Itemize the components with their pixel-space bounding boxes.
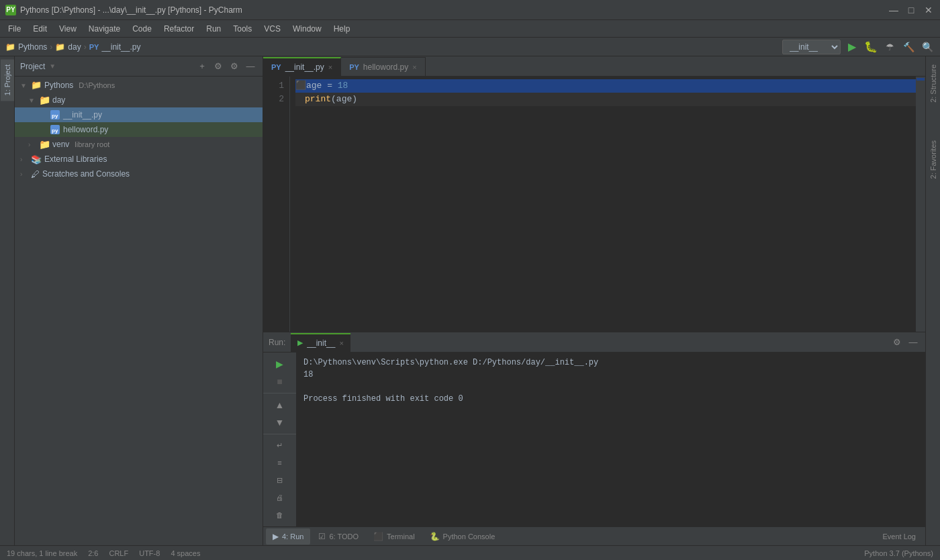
menu-refactor[interactable]: Refactor: [158, 23, 199, 35]
bottom-tabs: ▶ 4: Run ☑ 6: TODO ⬛ Terminal 🐍 Python C…: [263, 526, 925, 545]
folder-day-icon: 📁: [39, 95, 50, 105]
tab-close-init[interactable]: ×: [328, 63, 332, 71]
wrap-btn[interactable]: ↵: [272, 438, 288, 453]
print-btn[interactable]: 🖨: [272, 490, 288, 505]
tree-label-scratches: Scratches and Consoles: [42, 169, 130, 179]
sidebar-tab-structure[interactable]: 2: Structure: [927, 59, 940, 108]
add-button[interactable]: +: [195, 60, 209, 73]
bottom-tab-python-console[interactable]: 🐍 Python Console: [423, 528, 502, 545]
minimize-panel-button[interactable]: —: [244, 60, 257, 73]
tab-init[interactable]: PY __init__.py ×: [263, 57, 341, 76]
scroll-down-btn[interactable]: ▼: [272, 415, 288, 430]
menu-file[interactable]: File: [3, 23, 26, 35]
console-line-output: 18: [303, 369, 919, 381]
menu-edit[interactable]: Edit: [28, 23, 52, 35]
breadcrumb-pythons[interactable]: 📁 Pythons: [5, 42, 47, 52]
tree-arrow-scratches: ›: [20, 171, 28, 178]
breadcrumb-actions: __init__ ▶ 🐛 ☂ 🔨 🔍: [782, 40, 935, 54]
tree-arrow-init: ›: [39, 111, 47, 119]
minimize-button[interactable]: —: [888, 4, 900, 16]
bottom-tab-event-log[interactable]: Event Log: [876, 528, 923, 545]
sync-button[interactable]: ⚙: [211, 60, 225, 73]
menu-vcs[interactable]: VCS: [258, 23, 286, 35]
status-crlf[interactable]: CRLF: [109, 549, 128, 557]
coverage-button[interactable]: ☂: [882, 40, 897, 54]
menu-run[interactable]: Run: [201, 23, 226, 35]
run-stop-btn[interactable]: ■: [272, 374, 288, 389]
tree-label-venv: venv: [52, 140, 69, 149]
filter-btn[interactable]: ⊟: [272, 473, 288, 487]
menu-tools[interactable]: Tools: [228, 23, 257, 35]
code-paren-close: ): [352, 93, 357, 106]
menu-window[interactable]: Window: [287, 23, 327, 35]
tree-item-pythons[interactable]: ▼ 📁 Pythons D:\Pythons: [15, 78, 263, 93]
status-encoding[interactable]: UTF-8: [139, 549, 160, 557]
code-var-age2: age: [336, 93, 352, 106]
search-button[interactable]: 🔍: [920, 40, 935, 54]
run-tab-close[interactable]: ×: [339, 339, 343, 347]
svg-text:py: py: [52, 128, 58, 134]
tree-item-scratches[interactable]: › 🖊 Scratches and Consoles: [15, 167, 263, 181]
editor-scrollbar[interactable]: [916, 77, 925, 332]
app-icon: PY: [5, 5, 16, 15]
run-rerun-btn[interactable]: ▶: [272, 357, 288, 371]
menu-navigate[interactable]: Navigate: [83, 23, 126, 35]
code-line-1: ⬛ age = 18: [295, 79, 916, 93]
bottom-tab-run[interactable]: ▶ 4: Run: [266, 528, 310, 545]
run-panel: Run: ▶ __init__ × ⚙ — ▶ ■ ▲ ▼: [263, 332, 925, 526]
tab-close-helloword[interactable]: ×: [412, 63, 416, 71]
run-tab-init[interactable]: ▶ __init__ ×: [291, 333, 350, 352]
run-settings-btn[interactable]: ⚙: [890, 336, 904, 349]
console-output: ▶ ■ ▲ ▼ ↵ ≡ ⊟ 🖨 🗑 D:\Pythons\venv\Script…: [263, 353, 925, 526]
tree-label-day: day: [52, 95, 65, 105]
terminal-tab-icon: ⬛: [373, 532, 383, 541]
sidebar-tab-favorites[interactable]: 2: Favorites: [927, 135, 940, 184]
todo-tab-icon: ☑: [318, 532, 326, 541]
code-num-18: 18: [338, 79, 348, 93]
run-button[interactable]: ▶: [845, 40, 859, 54]
close-button[interactable]: ✕: [923, 4, 935, 16]
code-editor[interactable]: 1 2 ⬛ age = 18 print (: [263, 77, 925, 332]
menu-view[interactable]: View: [54, 23, 82, 35]
status-position[interactable]: 2:6: [88, 549, 98, 557]
tab-py-icon-init: PY: [271, 63, 281, 71]
tree-item-helloword[interactable]: › py helloword.py: [15, 122, 263, 137]
panel-arrow-icon: ▼: [49, 62, 56, 70]
bottom-tab-todo[interactable]: ☑ 6: TODO: [312, 528, 365, 545]
status-chars[interactable]: 19 chars, 1 line break: [7, 549, 77, 557]
tree-item-ext-libs[interactable]: › 📚 External Libraries: [15, 152, 263, 167]
panel-header: Project ▼ + ⚙ ⚙ —: [15, 56, 263, 77]
console-text[interactable]: D:\Pythons\venv\Scripts\python.exe D:/Py…: [297, 353, 925, 526]
status-python-version[interactable]: Python 3.7 (Pythons): [864, 549, 933, 557]
scroll-up-btn[interactable]: ▲: [272, 398, 288, 412]
bottom-tab-terminal[interactable]: ⬛ Terminal: [367, 528, 422, 545]
soft-wrap-btn[interactable]: ≡: [272, 455, 288, 470]
run-minimize-btn[interactable]: —: [906, 336, 920, 349]
debug-button[interactable]: 🐛: [863, 40, 878, 54]
breadcrumb-init[interactable]: PY __init__.py: [89, 42, 141, 52]
build-button[interactable]: 🔨: [901, 40, 916, 54]
tab-helloword[interactable]: PY helloword.py ×: [341, 57, 426, 76]
tree-item-day[interactable]: ▼ 📁 day: [15, 93, 263, 107]
clear-btn[interactable]: 🗑: [272, 508, 288, 522]
menu-code[interactable]: Code: [127, 23, 157, 35]
right-sidebar-tabs: 2: Structure 2: Favorites: [925, 56, 940, 545]
sidebar-tab-project[interactable]: 1: Project: [1, 59, 14, 101]
console-line-blank: [303, 381, 919, 393]
menu-help[interactable]: Help: [328, 23, 356, 35]
tree-item-init[interactable]: › py __init__.py: [15, 107, 263, 122]
maximize-button[interactable]: □: [905, 4, 917, 16]
tree-item-venv[interactable]: › 📁 venv library root: [15, 137, 263, 152]
run-config-dropdown[interactable]: __init__: [782, 40, 841, 54]
tree-arrow-day: ▼: [28, 97, 36, 104]
settings-button[interactable]: ⚙: [228, 60, 241, 73]
tree-path-pythons: D:\Pythons: [79, 81, 115, 89]
breadcrumb-day[interactable]: 📁 day: [55, 42, 81, 52]
status-indent[interactable]: 4 spaces: [171, 549, 200, 557]
tab-py-icon-helloword: PY: [349, 63, 359, 71]
line-num-2: 2: [266, 93, 284, 106]
tree-arrow-ext: ›: [20, 156, 28, 163]
run-tab-icon: ▶: [273, 532, 279, 541]
run-tab-label: __init__: [307, 338, 335, 348]
code-content[interactable]: ⬛ age = 18 print ( age ): [290, 77, 916, 332]
